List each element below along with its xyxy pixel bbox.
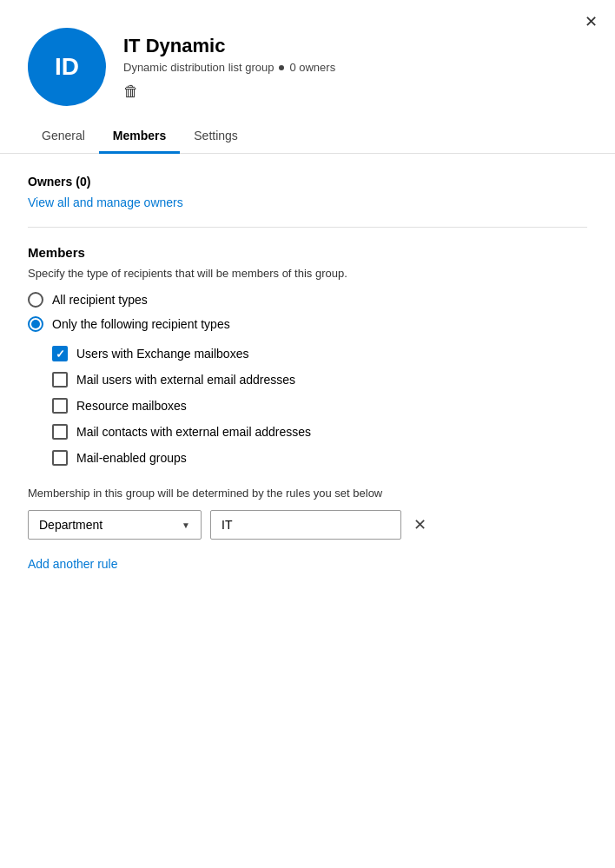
members-description: Specify the type of recipients that will… [28,267,587,280]
checkbox-resource-mailboxes-input[interactable] [52,398,68,414]
checkbox-mail-users-external-label: Mail users with external email addresses [76,373,295,387]
tabs: General Members Settings [0,120,615,154]
radio-all-types[interactable]: All recipient types [28,292,587,308]
owners-count-header: 0 owners [289,61,335,74]
radio-all-types-input[interactable] [28,292,43,308]
radio-all-types-label: All recipient types [52,293,148,307]
dot-separator [279,65,284,70]
checkbox-mail-users-external[interactable]: Mail users with external email addresses [52,372,587,388]
tab-general[interactable]: General [28,120,99,154]
header: ID IT Dynamic Dynamic distribution list … [0,0,615,120]
tab-members[interactable]: Members [99,120,180,154]
checkbox-mail-contacts-external[interactable]: Mail contacts with external email addres… [52,424,587,440]
close-button[interactable]: ✕ [585,14,598,30]
checkbox-exchange-mailboxes-input[interactable] [52,346,68,361]
radio-following-types-label: Only the following recipient types [52,317,230,331]
header-info: IT Dynamic Dynamic distribution list gro… [123,28,335,101]
subtitle-text: Dynamic distribution list group [123,61,274,74]
recipient-type-group: All recipient types Only the following r… [28,292,587,332]
rule-value-input[interactable] [210,510,401,540]
members-title: Members [28,245,587,260]
rule-dropdown-value: Department [39,518,102,532]
group-title: IT Dynamic [123,35,335,57]
members-section: Members Specify the type of recipients t… [28,245,587,466]
delete-icon[interactable]: 🗑 [123,83,335,101]
membership-description: Membership in this group will be determi… [28,487,587,500]
add-rule-link[interactable]: Add another rule [28,557,118,571]
avatar: ID [28,28,106,106]
checkbox-mail-enabled-groups[interactable]: Mail-enabled groups [52,450,587,466]
checkbox-mail-enabled-groups-label: Mail-enabled groups [76,451,187,465]
checkbox-mail-enabled-groups-input[interactable] [52,450,68,466]
checkbox-mail-contacts-external-input[interactable] [52,424,68,440]
owners-title: Owners (0) [28,175,587,189]
membership-rules-section: Membership in this group will be determi… [28,487,587,571]
recipient-type-checkboxes: Users with Exchange mailboxes Mail users… [52,346,587,466]
rule-clear-button[interactable]: ✕ [410,512,430,538]
tab-settings[interactable]: Settings [180,120,252,154]
checkbox-mail-contacts-external-label: Mail contacts with external email addres… [76,425,311,439]
checkbox-resource-mailboxes-label: Resource mailboxes [76,399,187,413]
radio-following-types-input[interactable] [28,316,43,332]
group-subtitle: Dynamic distribution list group 0 owners [123,61,335,74]
checkbox-resource-mailboxes[interactable]: Resource mailboxes [52,398,587,414]
divider [28,227,587,228]
checkbox-exchange-mailboxes-label: Users with Exchange mailboxes [76,347,248,361]
panel: ✕ ID IT Dynamic Dynamic distribution lis… [0,0,615,868]
chevron-down-icon: ▼ [182,520,190,530]
rule-row: Department ▼ ✕ [28,510,587,540]
radio-following-types[interactable]: Only the following recipient types [28,316,587,332]
content: Owners (0) View all and manage owners Me… [0,154,615,592]
owners-section: Owners (0) View all and manage owners [28,175,587,209]
manage-owners-link[interactable]: View all and manage owners [28,195,183,209]
checkbox-exchange-mailboxes[interactable]: Users with Exchange mailboxes [52,346,587,361]
rule-dropdown[interactable]: Department ▼ [28,510,202,540]
checkbox-mail-users-external-input[interactable] [52,372,68,388]
